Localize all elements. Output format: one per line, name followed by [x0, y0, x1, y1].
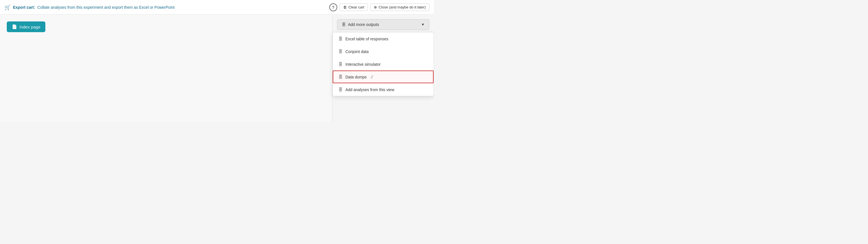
dropdown-item-interactive-simulator[interactable]: 🗄Interactive simulator [333, 58, 434, 71]
index-page-button[interactable]: 📄 Index page [7, 22, 45, 32]
cursor-icon: 𝓘 [370, 75, 373, 79]
dropdown-item-add-analyses[interactable]: 🗄Add analyses from this view [333, 83, 434, 96]
database-icon: 🗄 [338, 62, 343, 66]
export-cart-label: Export cart: [13, 5, 35, 9]
dropdown-item-label: Interactive simulator [345, 62, 381, 66]
dropdown-menu: 🗄Excel table of responses🗄Conjoint data🗄… [333, 32, 434, 96]
dropdown-item-conjoint-data[interactable]: 🗄Conjoint data [333, 45, 434, 58]
chevron-down-icon: ▼ [421, 23, 425, 27]
add-outputs-icon: 🗄 [342, 22, 346, 27]
top-bar: 🛒 Export cart: Collate analyses from thi… [0, 0, 434, 15]
close-button[interactable]: ⊗ Close (and maybe do it later) [370, 3, 429, 11]
content-panel: 📄 Index page [0, 15, 333, 122]
export-cart-desc: Collate analyses from this experiment an… [37, 5, 175, 9]
close-button-label: Close (and maybe do it later) [379, 5, 426, 9]
database-icon: 🗄 [338, 75, 343, 79]
close-icon: ⊗ [374, 5, 377, 9]
dropdown-item-excel-table[interactable]: 🗄Excel table of responses [333, 32, 434, 45]
dropdown-item-label: Conjoint data [345, 49, 369, 54]
cart-icon: 🛒 [4, 4, 11, 10]
top-bar-actions: ? 🗑 Clear cart ⊗ Close (and maybe do it … [329, 3, 429, 11]
clear-cart-button[interactable]: 🗑 Clear cart [339, 3, 368, 11]
add-outputs-button[interactable]: 🗄 Add more outputs ▼ [337, 19, 429, 30]
dropdown-item-label: Add analyses from this view [345, 87, 395, 92]
right-sidebar: 🗄 Add more outputs ▼ 🗄Excel table of res… [333, 15, 434, 122]
clear-cart-label: Clear cart [348, 5, 364, 9]
clear-icon: 🗑 [343, 5, 347, 9]
index-page-icon: 📄 [12, 24, 17, 29]
database-icon: 🗄 [338, 36, 343, 41]
database-icon: 🗄 [338, 87, 343, 92]
dropdown-item-label: Excel table of responses [345, 37, 389, 41]
dropdown-item-label: Data dumps [345, 75, 367, 79]
help-button[interactable]: ? [329, 3, 337, 11]
dropdown-item-data-dumps[interactable]: 🗄Data dumps𝓘 [333, 71, 434, 83]
index-page-label: Index page [20, 25, 40, 29]
database-icon: 🗄 [338, 49, 343, 54]
top-bar-left: 🛒 Export cart: Collate analyses from thi… [4, 4, 326, 10]
add-outputs-label: Add more outputs [348, 22, 379, 27]
main-area: 📄 Index page 🗄 Add more outputs ▼ 🗄Excel… [0, 15, 434, 122]
